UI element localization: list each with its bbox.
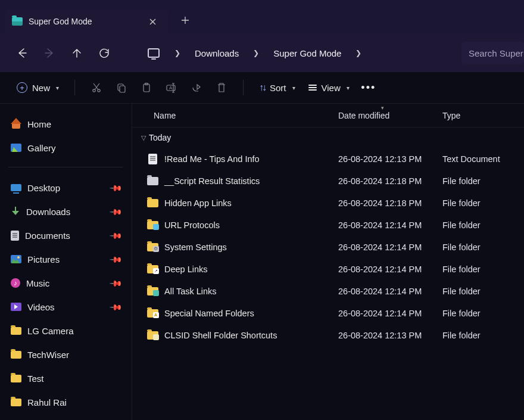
column-header: Name Date modified Type ▾ [132,104,524,127]
rename-button[interactable]: A [160,76,183,99]
file-row[interactable]: URL Protocols 26-08-2024 12:14 PM File f… [132,214,524,236]
copy-button[interactable] [110,76,133,99]
view-list-icon [308,85,317,91]
file-row[interactable]: CLSID Shell Folder Shortcuts 26-08-2024 … [132,324,524,346]
sidebar: Home Gallery Desktop 📌 Downloads 📌 Docum… [0,104,132,420]
download-icon [11,207,20,216]
sidebar-item-videos[interactable]: Videos 📌 [5,295,127,319]
file-row[interactable]: All Task Links 26-08-2024 12:14 PM File … [132,280,524,302]
folder-icon [11,351,21,359]
folder-icon [147,331,158,340]
sort-label: Sort [270,83,286,93]
file-date: 26-08-2024 12:13 PM [338,331,442,340]
file-name: Hidden App Links [164,198,232,208]
view-button[interactable]: View ▾ [302,79,355,97]
file-row[interactable]: __Script Result Statistics 26-08-2024 12… [132,170,524,192]
breadcrumb: ❯ Downloads ❯ Super God Mode ❯ [142,42,369,64]
group-label: Today [149,133,171,142]
file-row[interactable]: !Read Me - Tips And Info 26-08-2024 12:1… [132,148,524,170]
tab-title: Super God Mode [29,17,92,26]
col-type-header[interactable]: Type [442,111,460,120]
sidebar-item-label: TechWiser [27,350,69,360]
tab-active[interactable]: Super God Mode [5,9,169,34]
col-name-header[interactable]: Name [154,111,338,120]
pin-icon: 📌 [109,276,123,290]
sort-indicator-icon: ▾ [381,105,384,111]
sidebar-divider [8,167,123,167]
search-input[interactable]: Search Super God Mode [461,42,524,64]
pin-icon: 📌 [109,181,123,194]
file-type: File folder [442,176,481,186]
video-icon [11,303,21,311]
folder-icon: ↗ [147,265,158,273]
sidebar-item-label: Videos [27,302,55,312]
file-name: All Task Links [164,287,217,296]
crumb-separator-icon: ❯ [167,49,188,57]
forward-button[interactable] [38,42,61,64]
file-type: Text Document [442,154,500,164]
picture-icon [11,255,21,263]
titlebar: Super God Mode [0,0,524,34]
gallery-icon [11,144,21,152]
sidebar-item-label: Rahul Rai [27,397,67,407]
delete-button[interactable] [210,76,233,99]
crumb-downloads[interactable]: Downloads [190,48,244,58]
more-button[interactable]: ••• [357,82,380,94]
sidebar-item-documents[interactable]: Documents 📌 [5,223,127,247]
file-date: 26-08-2024 12:18 PM [338,198,442,208]
file-date: 26-08-2024 12:14 PM [338,265,442,274]
file-type: File folder [442,331,481,340]
sidebar-item-techwiser[interactable]: TechWiser [5,343,127,366]
sidebar-item-downloads[interactable]: Downloads 📌 [5,200,127,223]
file-pane: Name Date modified Type ▾ ▽ Today !Read … [132,104,524,420]
folder-icon [147,199,158,207]
file-type: File folder [442,198,481,208]
cut-button[interactable] [85,76,108,99]
svg-point-1 [98,89,100,92]
sidebar-item-label: Documents [25,231,70,241]
up-button[interactable] [66,42,88,64]
chevron-down-icon: ▽ [138,134,149,142]
folder-icon [11,399,21,406]
sidebar-item-test[interactable]: Test [5,366,127,390]
file-name: System Settings [164,242,227,252]
group-header[interactable]: ▽ Today [132,127,524,148]
file-name: CLSID Shell Folder Shortcuts [164,331,277,340]
new-button[interactable]: + New ▾ [11,79,65,97]
file-row[interactable]: ↗ Deep Links 26-08-2024 12:14 PM File fo… [132,258,524,280]
separator [74,80,75,95]
sidebar-item-home[interactable]: Home [5,112,127,136]
file-date: 26-08-2024 12:14 PM [338,309,442,318]
text-file-icon [148,154,157,164]
new-tab-button[interactable] [172,7,198,33]
sidebar-item-music[interactable]: ♪Music 📌 [5,271,127,295]
pin-icon: 📌 [109,252,123,266]
col-date-header[interactable]: Date modified [338,111,442,120]
sort-button[interactable]: ↑↓ Sort ▾ [253,79,301,97]
file-type: File folder [442,287,481,296]
paste-button[interactable] [135,76,158,99]
file-row[interactable]: Hidden App Links 26-08-2024 12:18 PM Fil… [132,192,524,214]
navbar: ❯ Downloads ❯ Super God Mode ❯ Search Su… [0,34,524,72]
file-type: File folder [442,309,481,318]
new-label: New [32,83,50,93]
sidebar-item-label: Desktop [27,183,60,193]
chevron-down-icon: ▾ [292,85,295,91]
tab-close-button[interactable] [146,15,159,28]
sidebar-item-desktop[interactable]: Desktop 📌 [5,176,127,200]
sidebar-item-pictures[interactable]: Pictures 📌 [5,247,127,271]
pc-root-icon[interactable] [142,42,165,64]
sidebar-item-gallery[interactable]: Gallery [5,136,127,160]
file-row[interactable]: ⚙ System Settings 26-08-2024 12:14 PM Fi… [132,236,524,258]
file-row[interactable]: A Special Named Folders 26-08-2024 12:14… [132,302,524,324]
back-button[interactable] [11,42,33,64]
crumb-current[interactable]: Super God Mode [269,48,346,58]
main: Home Gallery Desktop 📌 Downloads 📌 Docum… [0,104,524,420]
sidebar-item-lg camera[interactable]: LG Camera [5,319,127,343]
sidebar-item-rahul rai[interactable]: Rahul Rai [5,390,127,414]
sidebar-item-label: Home [27,119,51,129]
separator [243,80,244,95]
refresh-button[interactable] [93,42,116,64]
chevron-down-icon: ▾ [56,85,59,91]
share-button[interactable] [185,76,208,99]
